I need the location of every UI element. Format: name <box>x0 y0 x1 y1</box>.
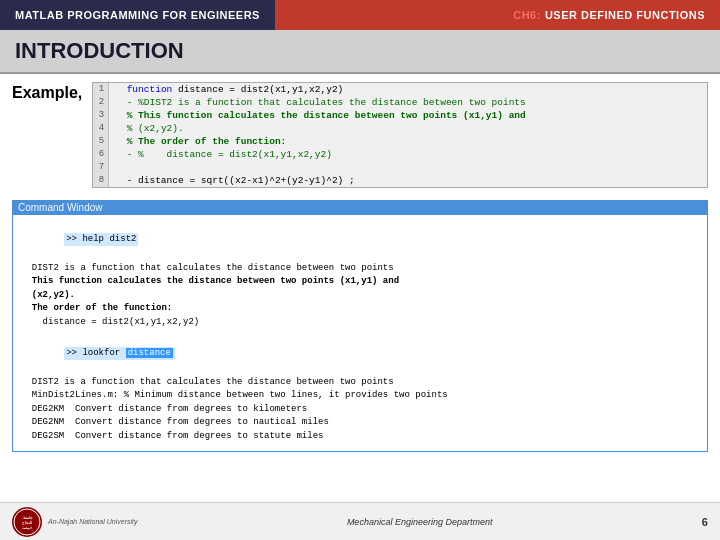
cmd-lookfor-section: >> lookfor distance DIST2 is a function … <box>21 333 699 443</box>
cmd-help-line-5: distance = dist2(x1,y1,x2,y2) <box>21 316 699 330</box>
header-left-title: MATLAB PROGRAMMING FOR ENGINEERS <box>15 9 260 21</box>
main-content: Example, 1 function distance = dist2(x1,… <box>0 74 720 196</box>
line-num-7: 7 <box>93 161 109 174</box>
cmd-title-bar: Command Window <box>12 200 708 215</box>
cmd-lookfor-line-1: DIST2 is a function that calculates the … <box>21 376 699 390</box>
line-num-6: 6 <box>93 148 109 161</box>
svg-text:الوطنية: الوطنية <box>22 526 32 530</box>
cmd-lookfor-line-5: DEG2SM Convert distance from degrees to … <box>21 430 699 444</box>
cmd-lookfor-line-3: DEG2KM Convert distance from degrees to … <box>21 403 699 417</box>
line-content-3: % This function calculates the distance … <box>109 109 707 122</box>
cmd-lookfor-line-4: DEG2NM Convert distance from degrees to … <box>21 416 699 430</box>
line-content-4: % (x2,y2). <box>109 122 707 135</box>
line-num-5: 5 <box>93 135 109 148</box>
university-logo: جامعة النجاح الوطنية <box>12 507 42 537</box>
code-line-6: 6 - % distance = dist2(x1,y1,x2,y2) <box>93 148 707 161</box>
cmd-body: >> help dist2 DIST2 is a function that c… <box>12 215 708 452</box>
code-line-2: 2 - %DIST2 is a function that calculates… <box>93 96 707 109</box>
line-content-6: - % distance = dist2(x1,y1,x2,y2) <box>109 148 707 161</box>
cmd-help-prompt: >> help dist2 <box>21 219 699 262</box>
header-right: CH6: USER DEFINED FUNCTIONS <box>275 0 720 30</box>
cmd-lookfor-prompt-text: >> lookfor distance <box>64 347 175 361</box>
footer-logo: جامعة النجاح الوطنية An-Najah National U… <box>12 507 137 537</box>
university-name: An-Najah National University <box>48 518 137 525</box>
line-content-5: % The order of the function: <box>109 135 707 148</box>
footer: جامعة النجاح الوطنية An-Najah National U… <box>0 502 720 540</box>
cmd-lookfor-prompt: >> lookfor distance <box>21 333 699 376</box>
code-lines: 1 function distance = dist2(x1,y1,x2,y2)… <box>93 83 707 187</box>
line-content-2: - %DIST2 is a function that calculates t… <box>109 96 707 109</box>
cmd-help-section: >> help dist2 DIST2 is a function that c… <box>21 219 699 329</box>
cmd-help-line-2: This function calculates the distance be… <box>21 275 699 289</box>
svg-text:جامعة: جامعة <box>23 515 33 520</box>
line-num-4: 4 <box>93 122 109 135</box>
line-content-7 <box>109 161 707 174</box>
footer-dept: Mechanical Engineering Department <box>347 517 493 527</box>
line-content-1: function distance = dist2(x1,y1,x2,y2) <box>109 83 707 96</box>
code-line-8: 8 - distance = sqrt((x2-x1)^2+(y2-y1)^2)… <box>93 174 707 187</box>
code-line-1: 1 function distance = dist2(x1,y1,x2,y2) <box>93 83 707 96</box>
svg-text:النجاح: النجاح <box>22 520 32 525</box>
line-num-8: 8 <box>93 174 109 187</box>
line-num-1: 1 <box>93 83 109 96</box>
code-line-3: 3 % This function calculates the distanc… <box>93 109 707 122</box>
line-num-3: 3 <box>93 109 109 122</box>
cmd-help-line-1: DIST2 is a function that calculates the … <box>21 262 699 276</box>
cmd-help-line-4: The order of the function: <box>21 302 699 316</box>
line-num-2: 2 <box>93 96 109 109</box>
footer-page: 6 <box>702 516 708 528</box>
univ-name-text: An-Najah National University <box>48 518 137 525</box>
chapter-label: CH6: <box>513 9 541 21</box>
example-label: Example, <box>12 82 82 188</box>
code-line-4: 4 % (x2,y2). <box>93 122 707 135</box>
line-content-8: - distance = sqrt((x2-x1)^2+(y2-y1)^2) ; <box>109 174 707 187</box>
cmd-help-line-3: (x2,y2). <box>21 289 699 303</box>
header: MATLAB PROGRAMMING FOR ENGINEERS CH6: US… <box>0 0 720 30</box>
cmd-help-prompt-text: >> help dist2 <box>64 233 138 247</box>
header-left: MATLAB PROGRAMMING FOR ENGINEERS <box>0 0 275 30</box>
header-right-title: USER DEFINED FUNCTIONS <box>545 9 705 21</box>
code-line-7: 7 <box>93 161 707 174</box>
code-line-5: 5 % The order of the function: <box>93 135 707 148</box>
cmd-lookfor-line-2: MinDist2Lines.m: % Minimum distance betw… <box>21 389 699 403</box>
intro-title: INTRODUCTION <box>0 30 720 74</box>
cmd-window: Command Window >> help dist2 DIST2 is a … <box>12 200 708 452</box>
code-editor: 1 function distance = dist2(x1,y1,x2,y2)… <box>92 82 708 188</box>
